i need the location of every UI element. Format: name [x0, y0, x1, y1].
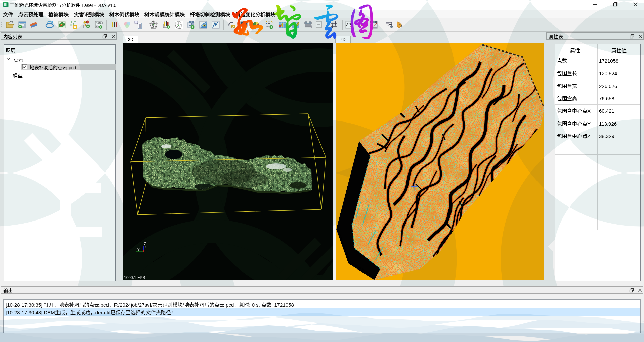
svg-text:X: X — [144, 245, 147, 249]
svg-text:1000.1 FPS: 1000.1 FPS — [124, 275, 145, 280]
